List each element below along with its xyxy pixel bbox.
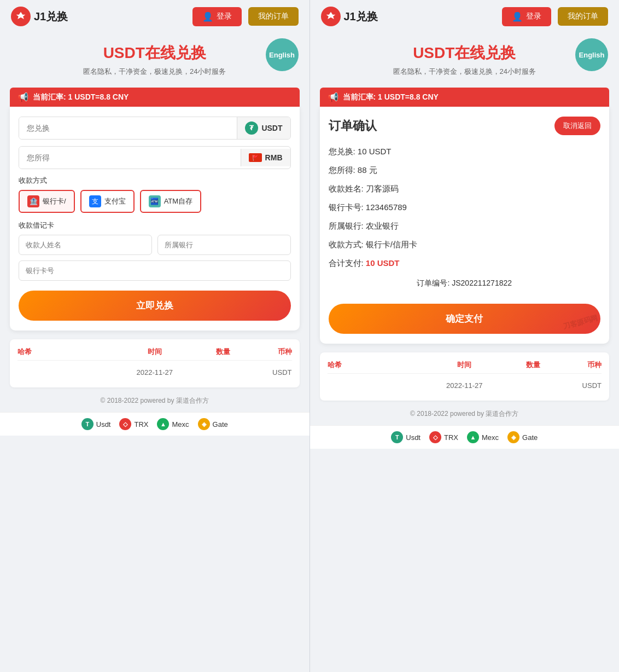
right-hero: USDT在线兑换 English 匿名隐私，干净资金，极速兑换，24小时服务 (310, 33, 620, 82)
right-table-header: 哈希 时间 数量 币种 (328, 360, 602, 374)
left-row-hash (17, 368, 109, 376)
right-usdt-coin-icon: T (391, 431, 403, 443)
left-coin-usdt: T Usdt (81, 418, 111, 430)
left-exchange-row: ₮ USDT (19, 117, 291, 140)
left-usdt-icon: ₮ (245, 121, 258, 135)
right-mexc-coin-icon: ▲ (467, 431, 479, 443)
left-footer-coins: T Usdt ◇ TRX ▲ Mexc ◈ Gate (0, 412, 310, 436)
right-row-amount (510, 381, 556, 390)
left-orders-button[interactable]: 我的订单 (248, 7, 299, 26)
right-rate-icon: 📢 (328, 92, 338, 102)
left-card-input[interactable] (19, 260, 291, 281)
right-order-bankname: 所属银行: 农业银行 (329, 219, 601, 233)
left-alipay-icon: 支 (89, 195, 101, 207)
left-usdt-currency: ₮ USDT (237, 117, 290, 139)
left-rmb-currency: 🚩 RMB (241, 149, 290, 166)
right-cancel-button[interactable]: 取消返回 (554, 117, 600, 135)
right-orders-button[interactable]: 我的订单 (558, 7, 608, 26)
left-coin-mexc: ▲ Mexc (157, 418, 189, 430)
left-logo-icon (11, 7, 31, 26)
left-coin-trx: ◇ TRX (119, 418, 148, 430)
right-logo-text: J1兑换 (344, 9, 378, 24)
left-exchange-input[interactable] (19, 117, 237, 139)
left-hero: USDT在线兑换 English 匿名隐私，干净资金，极速兑换，24小时服务 (0, 33, 310, 82)
right-order-title: 订单确认 (329, 118, 377, 134)
right-order-id: 订单编号: JS202211271822 (329, 279, 601, 288)
right-login-button[interactable]: 👤 登录 (502, 7, 551, 26)
right-order-payee: 收款姓名: 刀客源码 (329, 182, 601, 195)
left-row-amount (200, 368, 246, 376)
left-col-hash: 哈希 (17, 347, 109, 357)
left-payment-methods: 🏦 银行卡/ 支 支付宝 🏧 ATM自存 (19, 190, 291, 213)
left-logo-text: J1兑换 (34, 9, 68, 24)
left-col-amount: 数量 (200, 347, 246, 357)
left-name-bank-row (19, 235, 291, 255)
left-receive-row: 🚩 RMB (19, 146, 291, 169)
left-bank-btn[interactable]: 🏦 银行卡/ (19, 190, 75, 213)
right-coin-trx: ◇ TRX (429, 431, 458, 443)
right-gate-coin-icon: ◈ (507, 431, 519, 443)
right-row-time: 2022-11-27 (419, 381, 510, 390)
right-col-hash: 哈希 (328, 360, 419, 370)
left-rmb-flag: 🚩 (249, 153, 262, 162)
right-logo: J1兑换 (321, 7, 378, 26)
right-order-receive: 您所得: 88 元 (329, 164, 601, 177)
left-usdt-coin-icon: T (81, 418, 94, 430)
left-name-input[interactable] (19, 235, 152, 255)
right-logo-icon (321, 7, 341, 26)
left-bank-icon: 🏦 (27, 195, 39, 207)
right-row-coin: USDT (556, 381, 602, 390)
left-table-row: 2022-11-27 USDT (17, 365, 292, 380)
left-mexc-coin-icon: ▲ (157, 418, 169, 430)
right-footer-coins: T Usdt ◇ TRX ▲ Mexc ◈ Gate (310, 425, 620, 449)
right-trx-coin-icon: ◇ (429, 431, 441, 443)
right-order-bankno: 银行卡号: 123465789 (329, 201, 601, 214)
right-rate-text: 当前汇率: 1 USDT=8.8 CNY (343, 92, 439, 102)
right-order-method: 收款方式: 银行卡/信用卡 (329, 238, 601, 251)
left-trx-coin-icon: ◇ (119, 418, 131, 430)
right-header: J1兑换 👤 登录 我的订单 (310, 0, 620, 33)
right-coin-usdt: T Usdt (391, 431, 421, 443)
right-table: 哈希 时间 数量 币种 2022-11-27 USDT (320, 352, 610, 401)
right-order-exchange: 您兑换: 10 USDT (329, 145, 601, 158)
left-table-header: 哈希 时间 数量 币种 (17, 347, 292, 361)
left-hero-subtitle: 匿名隐私，干净资金，极速兑换，24小时服务 (11, 67, 299, 77)
right-lang-badge[interactable]: English (575, 38, 608, 71)
right-confirm-button[interactable]: 确定支付 (329, 304, 601, 334)
left-login-button[interactable]: 👤 登录 (192, 7, 242, 26)
right-hero-title: USDT在线兑换 (413, 43, 516, 63)
left-coin-gate: ◈ Gate (198, 418, 228, 430)
left-row-time: 2022-11-27 (109, 368, 200, 376)
left-main-card: ₮ USDT 🚩 RMB 收款方式 🏦 银行卡/ (10, 107, 300, 331)
left-lang-badge[interactable]: English (266, 38, 299, 71)
left-atm-icon: 🏧 (149, 195, 161, 207)
right-coin-mexc: ▲ Mexc (467, 431, 499, 443)
right-table-row: 2022-11-27 USDT (328, 378, 602, 393)
left-rate-text: 当前汇率: 1 USDT=8.8 CNY (33, 92, 129, 102)
left-hero-title: USDT在线兑换 (103, 43, 206, 63)
left-header: J1兑换 👤 登录 我的订单 (0, 0, 310, 33)
right-col-amount: 数量 (510, 360, 556, 370)
left-submit-button[interactable]: 立即兑换 (19, 291, 291, 321)
left-col-coin: 币种 (246, 347, 292, 357)
left-alipay-btn[interactable]: 支 支付宝 (80, 190, 135, 213)
left-footer: © 2018-2022 powered by 渠道合作方 (0, 387, 310, 412)
right-coin-gate: ◈ Gate (507, 431, 538, 443)
left-receive-input[interactable] (19, 147, 241, 169)
left-logo: J1兑换 (11, 7, 68, 26)
right-order-card: 订单确认 取消返回 您兑换: 10 USDT 您所得: 88 元 收款姓名: 刀… (320, 107, 610, 344)
left-card-label: 收款借记卡 (19, 221, 291, 230)
left-bank-input[interactable] (157, 235, 291, 255)
right-col-coin: 币种 (556, 360, 602, 370)
left-gate-coin-icon: ◈ (198, 418, 210, 430)
right-row-hash (328, 381, 419, 390)
right-footer: © 2018-2022 powered by 渠道合作方 (310, 401, 620, 425)
right-order-header: 订单确认 取消返回 (329, 117, 601, 135)
right-hero-subtitle: 匿名隐私，干净资金，极速兑换，24小时服务 (321, 67, 609, 77)
left-payment-label: 收款方式 (19, 176, 291, 186)
left-table: 哈希 时间 数量 币种 2022-11-27 USDT (10, 339, 300, 387)
left-atm-btn[interactable]: 🏧 ATM自存 (140, 190, 201, 213)
right-rate-bar: 📢 当前汇率: 1 USDT=8.8 CNY (320, 88, 610, 107)
left-col-time: 时间 (109, 347, 200, 357)
left-rate-bar: 📢 当前汇率: 1 USDT=8.8 CNY (10, 88, 300, 107)
